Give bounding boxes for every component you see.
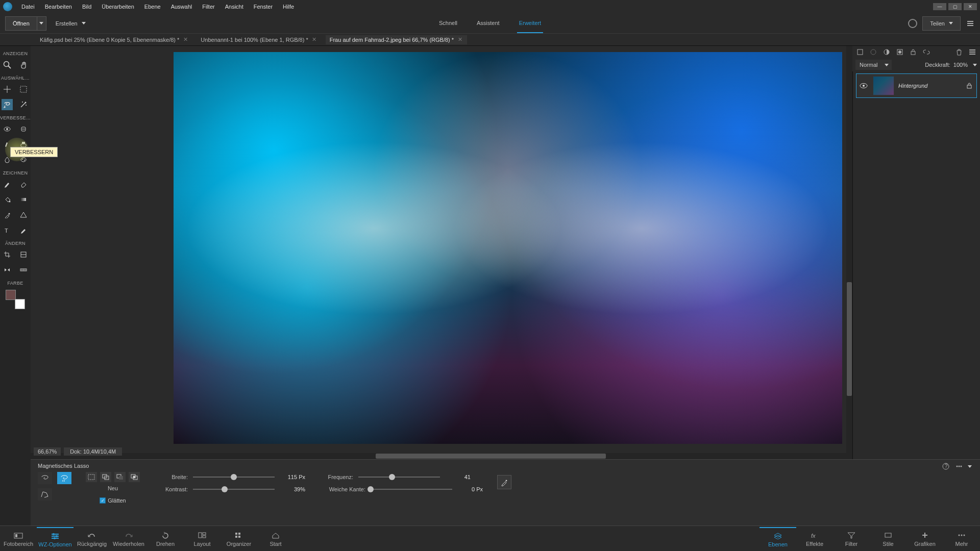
menu-help[interactable]: Hilfe <box>278 2 299 12</box>
close-icon[interactable]: ✕ <box>182 37 188 43</box>
filters-panel-button[interactable]: Filter <box>833 528 870 550</box>
styles-panel-button[interactable]: Stile <box>870 528 906 550</box>
document-size[interactable]: Dok: 10,4M/10,4M <box>64 447 122 456</box>
width-slider[interactable] <box>193 477 275 478</box>
zoom-level[interactable]: 66,67% <box>34 447 61 456</box>
help-icon[interactable]: ? <box>941 462 950 471</box>
horizontal-scrollbar[interactable] <box>31 453 852 459</box>
share-button[interactable]: Teilen <box>922 16 961 31</box>
layout-button[interactable]: Layout <box>184 528 220 550</box>
vertical-scrollbar[interactable] <box>846 46 852 453</box>
red-eye-tool[interactable] <box>2 123 13 135</box>
hand-tool[interactable] <box>18 59 29 70</box>
window-maximize-button[interactable]: ▢ <box>948 3 962 10</box>
open-button[interactable]: Öffnen <box>5 16 37 31</box>
background-color-swatch[interactable] <box>15 299 25 309</box>
menu-filter[interactable]: Filter <box>197 2 219 12</box>
feather-slider[interactable] <box>371 489 452 490</box>
lock-layer-icon[interactable] <box>909 47 918 57</box>
menu-view[interactable]: Ansicht <box>220 2 249 12</box>
pencil-tool[interactable] <box>18 224 29 236</box>
menu-select[interactable]: Auswahl <box>166 2 198 12</box>
create-dropdown[interactable]: Erstellen <box>52 20 90 27</box>
menu-file[interactable]: Datei <box>16 2 40 12</box>
color-swatches[interactable] <box>6 290 25 309</box>
foreground-color-swatch[interactable] <box>6 290 16 300</box>
mode-tab-guided[interactable]: Assistent <box>475 14 502 33</box>
chevron-down-icon[interactable] <box>968 465 972 468</box>
selection-add[interactable] <box>100 472 111 482</box>
new-layer-icon[interactable] <box>855 47 865 57</box>
link-layers-icon[interactable] <box>922 47 931 57</box>
redo-button[interactable]: Wiederholen <box>110 528 147 550</box>
panel-menu-icon[interactable] <box>968 47 977 57</box>
contrast-slider-value[interactable]: 39% <box>280 486 305 492</box>
frequency-slider-value[interactable]: 41 <box>445 474 471 480</box>
eyedropper-tool[interactable] <box>2 209 13 220</box>
more-options-icon[interactable] <box>954 462 964 471</box>
eraser-tool[interactable] <box>18 179 29 190</box>
shape-tool[interactable] <box>18 209 29 220</box>
menu-enhance[interactable]: Überarbeiten <box>96 2 139 12</box>
layer-row[interactable]: Hintergrund <box>856 73 977 98</box>
more-panel-button[interactable]: Mehr <box>943 528 980 550</box>
menu-window[interactable]: Fenster <box>249 2 278 12</box>
selection-subtract[interactable] <box>114 472 126 482</box>
gradient-tool[interactable] <box>18 194 29 205</box>
adjustment-layer-icon[interactable] <box>882 47 891 57</box>
spot-heal-tool[interactable] <box>18 123 29 135</box>
photo-bin-button[interactable]: Fotobereich <box>0 528 37 550</box>
organizer-button[interactable]: Organizer <box>220 528 257 550</box>
delete-layer-icon[interactable] <box>954 47 964 57</box>
undo-button[interactable]: Rückgängig <box>74 528 110 550</box>
marquee-tool[interactable] <box>18 84 29 95</box>
lock-icon[interactable] <box>964 82 974 89</box>
contrast-slider[interactable] <box>193 489 275 490</box>
magnetic-lasso-option[interactable] <box>57 472 71 484</box>
close-icon[interactable]: ✕ <box>311 37 317 43</box>
opacity-value[interactable]: 100% <box>953 62 968 68</box>
blend-mode-select[interactable]: Normal <box>855 60 892 70</box>
document-tab[interactable]: Frau auf dem Fahrrad-2.jpeg bei 66,7% (R… <box>326 35 467 44</box>
layer-thumbnail[interactable] <box>873 76 894 95</box>
mode-tab-expert[interactable]: Erweitert <box>517 14 543 33</box>
zoom-tool[interactable] <box>2 59 13 70</box>
feather-slider-value[interactable]: 0 Px <box>457 486 483 492</box>
brush-tool[interactable] <box>2 179 13 190</box>
window-minimize-button[interactable]: — <box>933 3 946 10</box>
freeform-lasso-option[interactable] <box>38 472 52 484</box>
menu-image[interactable]: Bild <box>77 2 96 12</box>
lasso-tool[interactable] <box>2 99 13 110</box>
graphics-panel-button[interactable]: Grafiken <box>906 528 943 550</box>
document-tab[interactable]: Unbenannt-1 bei 100% (Ebene 1, RGB/8) * … <box>197 35 321 44</box>
text-tool[interactable]: T <box>2 224 13 236</box>
effects-panel-button[interactable]: fxEffekte <box>796 528 833 550</box>
window-close-button[interactable]: ✕ <box>964 3 977 10</box>
polygonal-lasso-option[interactable] <box>38 488 52 500</box>
move-tool[interactable] <box>2 84 13 95</box>
selection-intersect[interactable] <box>129 472 140 482</box>
straighten-tool[interactable] <box>18 264 29 276</box>
scrollbar-thumb[interactable] <box>847 282 852 396</box>
tool-options-button[interactable]: WZ-Optionen <box>37 527 74 550</box>
open-dropdown-button[interactable] <box>37 16 46 31</box>
theme-toggle-icon[interactable] <box>908 19 917 28</box>
content-aware-move-tool[interactable] <box>2 264 13 276</box>
menu-layer[interactable]: Ebene <box>139 2 166 12</box>
home-button[interactable]: Start <box>257 528 294 550</box>
tablet-pressure-button[interactable] <box>497 475 511 489</box>
layer-name[interactable]: Hintergrund <box>898 83 927 89</box>
chevron-down-icon[interactable] <box>973 64 977 66</box>
layer-mask-icon[interactable] <box>895 47 904 57</box>
panel-menu-icon[interactable] <box>966 19 975 28</box>
document-canvas[interactable] <box>174 52 842 444</box>
paint-bucket-tool[interactable] <box>2 194 13 205</box>
selection-new[interactable] <box>86 472 97 482</box>
antialias-checkbox[interactable]: ✓ <box>100 497 106 504</box>
new-group-icon[interactable] <box>869 47 878 57</box>
visibility-toggle-icon[interactable] <box>859 83 869 89</box>
width-slider-value[interactable]: 115 Px <box>280 474 305 480</box>
close-icon[interactable]: ✕ <box>457 37 463 43</box>
document-tab[interactable]: Käfig.psd bei 25% (Ebene 0 Kopie 5, Eben… <box>36 35 192 44</box>
recompose-tool[interactable] <box>18 249 29 260</box>
